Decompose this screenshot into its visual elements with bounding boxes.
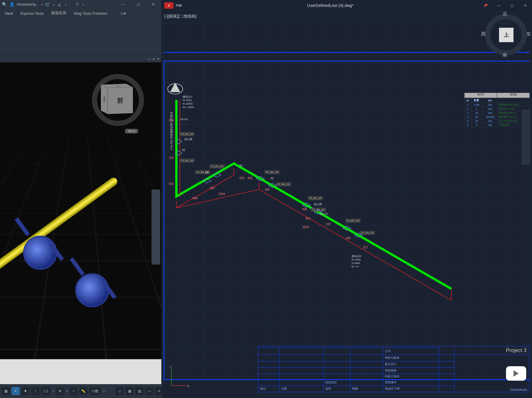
close-button[interactable]: ✕ [147, 0, 160, 9]
left-status-bar: ▦ ✦ ✚ ⟊ 1:1 ⚙ + 📏 小数 ◇ ▦ ▤ ▭ ≡ [0, 384, 165, 398]
bom-row: 510100法兰,PN16-RF,HG [465, 119, 530, 123]
right-titlebar: A P3D UserDefinedLine (4).dwg* 📌 — ▢ ✕ [162, 0, 532, 11]
left-viewport-titlebar: — ▭ ✕ [0, 55, 161, 62]
tb-hdr: 日期 [279, 386, 324, 392]
viewcube-south[interactable]: 南 [503, 52, 507, 58]
viewcube-north[interactable]: 北 [503, 11, 507, 17]
status-snap-icon[interactable]: ✦ [12, 387, 20, 395]
restore-button[interactable]: ▢ [132, 0, 145, 9]
bom-col-nd: ND [482, 98, 498, 103]
user-dropdown-icon[interactable] [41, 2, 43, 6]
tb-row: 管线规格 [383, 367, 439, 374]
status-box-icon[interactable]: ▭ [145, 387, 153, 395]
status-osnap-icon[interactable]: ✚ [21, 387, 29, 395]
viewcube-cube[interactable]: 前 左 上 [104, 85, 132, 115]
sheet-border-top [164, 52, 530, 62]
restore-button[interactable]: ▢ [505, 0, 519, 11]
bom-panel: WCS BOM ID 数量 ND 14.5M100管道直管,GB/T1497 2… [464, 93, 530, 127]
tb-row: P&ID DWG [383, 374, 439, 379]
app-brand-text: P3D [176, 4, 182, 7]
username-label[interactable]: mouxiuyong... [17, 2, 38, 6]
status-ruler-icon[interactable]: 📏 [80, 387, 88, 395]
axis-y-label: Y [169, 365, 172, 369]
viewcube-left[interactable]: 左 [101, 84, 108, 114]
cart-dropdown-icon[interactable] [53, 2, 55, 6]
help-dropdown-icon[interactable] [82, 2, 84, 6]
flange[interactable] [15, 217, 30, 236]
left-3d-viewport[interactable]: 前 左 上 WCS [0, 62, 161, 359]
pipe-3d-model[interactable] [0, 213, 159, 334]
status-grid2-icon[interactable]: ▦ [125, 387, 134, 395]
ribbon-tab-featured[interactable]: 精选应用 [48, 9, 69, 17]
left-viewcube[interactable]: 前 左 上 [92, 74, 144, 126]
status-layer-icon[interactable]: ▤ [135, 387, 143, 395]
status-plus-icon[interactable]: + [70, 387, 78, 395]
viewcube-top-face[interactable]: 上 [499, 28, 513, 42]
cart-icon[interactable]: 🛒 [45, 2, 50, 7]
ucs-axes-icon: Y X [167, 366, 190, 389]
viewcube-west[interactable]: 西 [481, 31, 486, 37]
status-scale[interactable]: 1:1 [41, 387, 51, 395]
ribbon-tab-vault[interactable]: Vault [2, 10, 16, 17]
search-icon[interactable]: 🔍 [2, 2, 7, 7]
tb-hdr: 说明 [324, 386, 350, 392]
bom-tab-wcs[interactable]: WCS [464, 93, 497, 98]
bom-col-id: ID [465, 98, 471, 103]
app-icon[interactable]: ◬ [57, 2, 62, 7]
bom-row: 65100Y型过滤器 [465, 123, 530, 127]
ribbon-overflow-button[interactable]: ▭▾ [118, 10, 129, 17]
status-iso-icon[interactable]: ◇ [116, 387, 124, 395]
help-icon[interactable]: ? [75, 2, 80, 7]
tb-hdr: REV [258, 386, 279, 392]
play-overlay-button[interactable] [506, 366, 526, 381]
app-brand-badge: A [164, 2, 173, 9]
app-dropdown-icon[interactable] [64, 2, 66, 6]
viewport-control-label[interactable]: [-][俯视][二维线框] [164, 14, 197, 19]
ribbon-tab-express[interactable]: Express Tools [18, 10, 47, 17]
flange[interactable] [70, 257, 85, 276]
valve-body-2[interactable] [75, 273, 109, 307]
valve-body-1[interactable] [23, 236, 57, 270]
tb-row: 管线编号 [383, 379, 439, 386]
tb-row: 最大设计 [383, 361, 439, 367]
status-units[interactable]: 小数 [89, 387, 101, 395]
bom-row: 310100截止阀,50,PN-16 [465, 111, 530, 115]
left-viewport-container: — ▭ ✕ 前 左 上 WCS [0, 55, 161, 359]
viewcube-east[interactable]: 东 [526, 31, 531, 37]
tb-row: 审核与批准 [383, 355, 439, 361]
signin-icon[interactable]: 👤 [9, 2, 14, 7]
right-cad-window: A P3D UserDefinedLine (4).dwg* 📌 — ▢ ✕ [… [162, 0, 532, 398]
bom-table: ID 数量 ND 14.5M100管道直管,GB/T1497 22100弯头90… [464, 98, 530, 127]
dock-minimize-icon[interactable]: — [147, 57, 151, 61]
minimize-button[interactable]: — [117, 0, 130, 9]
gear-dropdown-icon[interactable] [66, 389, 68, 393]
status-gear-icon[interactable]: ⚙ [56, 387, 64, 395]
title-block: Project 3 公司 审核与批准UserDefinedL 最大设计 管线规格… [258, 346, 530, 392]
pin-icon[interactable]: 📌 [479, 0, 492, 11]
dock-close-icon[interactable]: ✕ [157, 57, 160, 61]
status-model-icon[interactable]: ▦ [2, 387, 10, 395]
wcs-badge[interactable]: WCS [125, 129, 138, 133]
tb-date: 08/05/24 [324, 379, 350, 386]
left-ribbon-panel [0, 18, 161, 55]
viewcube-front[interactable]: 前 [107, 87, 133, 114]
units-dropdown-icon[interactable] [103, 389, 105, 393]
bom-col-qty: 数量 [471, 98, 482, 103]
scale-dropdown-icon[interactable] [52, 389, 54, 393]
document-title: UserDefinedLine (4).dwg* [307, 3, 354, 8]
close-button[interactable]: ✕ [519, 0, 532, 11]
axis-x-label: X [187, 384, 190, 388]
right-viewcube[interactable]: 上 北 南 西 东 [483, 12, 529, 58]
dock-restore-icon[interactable]: ▭ [152, 57, 155, 61]
status-track-icon[interactable]: ⟊ [31, 387, 39, 395]
navigation-bar[interactable] [522, 110, 530, 165]
right-2d-viewport[interactable]: N 接续点A W 3402 N 13503 EL +1626 100 NS J-… [164, 23, 530, 392]
minimize-button[interactable]: — [492, 0, 505, 11]
tb-row: 保温层 THK [383, 386, 439, 392]
project-name: Project 3 [455, 346, 530, 355]
ribbon-tab-ning[interactable]: Ning Tools Freedom [71, 10, 110, 17]
tb-row: 公司 [383, 348, 439, 355]
bom-tab-bom[interactable]: BOM [497, 93, 530, 98]
bom-row: 22100弯头90(LL), GB [465, 107, 530, 111]
command-line[interactable] [0, 359, 161, 384]
